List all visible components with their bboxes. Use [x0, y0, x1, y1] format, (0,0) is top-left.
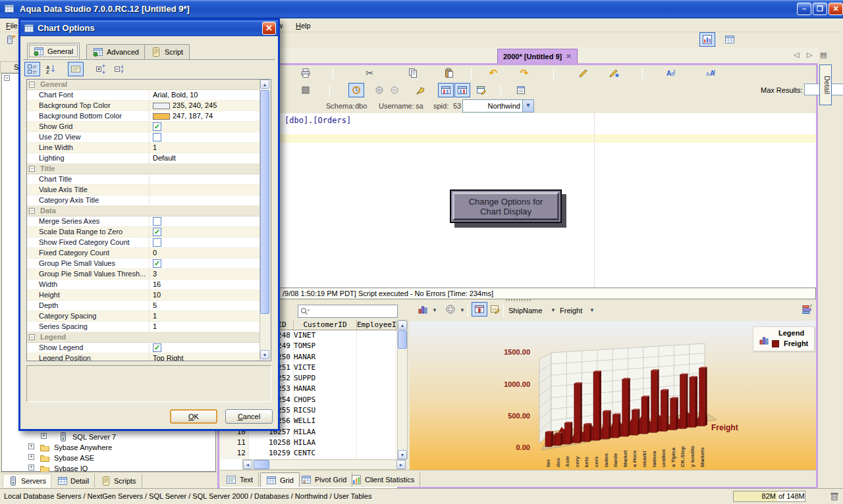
property-value[interactable] [150, 238, 260, 247]
expand-all-icon[interactable] [93, 62, 109, 76]
cancel-button[interactable]: Cancel [225, 409, 273, 424]
plug-icon[interactable] [413, 83, 429, 97]
sort-alpha-icon[interactable]: AZ [43, 62, 59, 76]
register-server-icon[interactable] [3, 32, 18, 47]
checkbox-checked[interactable]: ✓ [153, 228, 161, 236]
scroll-left-icon[interactable]: ◄ [243, 460, 252, 469]
print-icon[interactable] [298, 66, 313, 80]
scroll-right-icon[interactable]: ► [396, 460, 406, 469]
categorized-icon[interactable] [24, 62, 40, 76]
checkbox[interactable] [153, 133, 161, 141]
scroll-up-icon[interactable]: ▲ [260, 80, 269, 89]
scroll-thumb[interactable] [260, 90, 269, 314]
tree-expand-sql-server-7[interactable]: + [41, 433, 47, 439]
memory-gauge[interactable]: 82M of 148M [733, 491, 805, 502]
checkbox-checked[interactable]: ✓ [153, 259, 161, 268]
chart-type-icon[interactable] [415, 302, 431, 316]
property-row-lighting[interactable]: LightingDefault [27, 153, 260, 164]
checkbox-checked[interactable]: ✓ [153, 343, 161, 352]
tree-expand-sybase-ase[interactable]: + [28, 454, 34, 460]
tab-untitled9[interactable]: 2000* [Untitled 9] ✕ [497, 49, 578, 63]
property-value[interactable]: 5 [150, 301, 260, 311]
table-window-icon[interactable] [722, 32, 738, 47]
chart-window-icon[interactable] [699, 32, 715, 47]
tab-close-icon[interactable]: ✕ [566, 53, 571, 60]
property-row-show-legend[interactable]: Show Legend✓ [27, 343, 260, 353]
property-value[interactable]: 3 [150, 269, 260, 279]
menu-help[interactable]: Help [292, 20, 314, 31]
tree-item-sql-server-7[interactable]: SQL Server 7 [72, 433, 116, 441]
property-row-fixed-category-count[interactable]: Fixed Category Count0 [27, 248, 260, 259]
tree-item-sybase-ase[interactable]: Sybase ASE [54, 454, 94, 462]
chevron-down-icon[interactable]: ▼ [551, 307, 556, 313]
tree-item-sybase-anywhere[interactable]: Sybase Anywhere [54, 443, 112, 451]
change-options-callout-button[interactable]: Change Options for Chart Display [450, 189, 562, 223]
grid-horizontal-scrollbar[interactable]: ◄ ► [242, 459, 406, 470]
property-row-background-top-color[interactable]: Background Top Color235, 240, 245 [27, 101, 260, 111]
property-row-chart-font[interactable]: Chart FontArial, Bold, 10 [27, 90, 260, 101]
tree-expand-sybase-anywhere[interactable]: + [28, 443, 34, 449]
chevron-down-icon[interactable]: ▼ [460, 307, 465, 313]
property-value[interactable]: 16 [150, 280, 260, 290]
chart-style3d-icon[interactable] [443, 302, 458, 316]
property-row-legend-position[interactable]: Legend PositionTop Right [27, 353, 260, 361]
grid-column-header-CustomerID[interactable]: CustomerID [294, 320, 357, 330]
property-value[interactable]: Top Right [150, 353, 260, 361]
property-row-chart-title[interactable]: Chart Title [27, 174, 260, 185]
detail-side-tab[interactable]: Detail [819, 64, 832, 105]
property-value[interactable]: 10 [150, 290, 260, 300]
undo-icon[interactable]: ↶ [485, 66, 501, 80]
execute-grid-icon[interactable] [438, 83, 454, 97]
nav-right-icon[interactable]: ▷ [807, 51, 812, 59]
chevron-down-icon[interactable]: ▼ [432, 307, 437, 313]
property-category-data[interactable]: −Data [27, 206, 260, 216]
property-value[interactable]: 1 [150, 322, 260, 332]
collapse-all-icon[interactable] [111, 62, 127, 76]
property-row-background-bottom-color[interactable]: Background Bottom Color247, 187, 74 [27, 111, 260, 122]
garbage-collect-icon[interactable] [829, 491, 840, 501]
window-list-icon[interactable] [513, 83, 529, 97]
sidebar-tab-servers[interactable]: Servers [3, 474, 51, 488]
property-value[interactable] [150, 195, 260, 205]
scroll-up-icon[interactable]: ▲ [398, 320, 407, 330]
find-replace-icon[interactable] [606, 66, 622, 80]
property-row-show-fixed-category-count[interactable]: Show Fixed Category Count [27, 238, 260, 248]
cut-icon[interactable]: ✂ [362, 66, 377, 80]
property-value[interactable]: ✓ [150, 227, 260, 237]
property-value[interactable] [150, 132, 260, 142]
collapse-icon[interactable]: − [29, 334, 35, 340]
property-category-title[interactable]: −Title [27, 164, 260, 174]
legend-settings-icon[interactable] [800, 302, 815, 316]
maximize-button[interactable]: ❐ [813, 3, 827, 15]
property-row-depth[interactable]: Depth5 [27, 301, 260, 311]
result-tab-grid[interactable]: Grid [260, 472, 300, 487]
table-row[interactable]: 1210259CENTC [220, 448, 397, 459]
category-field-label[interactable]: ShipName [508, 307, 542, 315]
scroll-thumb[interactable] [254, 460, 269, 469]
uppercase-icon[interactable]: Aa [663, 66, 679, 80]
property-value[interactable] [150, 216, 260, 226]
dialog-tab-script[interactable]: Script [144, 44, 190, 59]
property-value[interactable] [150, 185, 260, 195]
execute-edit-icon[interactable] [474, 83, 489, 97]
find-icon[interactable] [576, 66, 591, 80]
property-value[interactable] [150, 174, 260, 184]
property-row-category-axis-title[interactable]: Category Axis Title [27, 195, 260, 206]
grid-column-header-EmployeeID[interactable]: EmployeeID [357, 320, 396, 330]
stop-icon[interactable] [298, 83, 313, 97]
dialog-tab-general[interactable]: General [27, 43, 80, 59]
scroll-down-icon[interactable]: ▼ [260, 350, 269, 359]
checkbox[interactable] [153, 238, 161, 247]
window-list-icon[interactable]: ▤ [820, 51, 827, 59]
search-input[interactable] [313, 306, 396, 316]
checkbox-checked[interactable]: ✓ [153, 122, 161, 131]
property-row-height[interactable]: Height10 [27, 290, 260, 301]
collapse-icon[interactable]: − [29, 82, 35, 88]
property-value[interactable]: 0 [150, 248, 260, 258]
execute-grid2-icon[interactable] [454, 83, 470, 97]
chart-grid-edit-icon[interactable] [487, 302, 503, 316]
result-tab-text[interactable]: Text [221, 472, 259, 487]
property-value[interactable]: 1 [150, 143, 260, 153]
property-row-merge-series-axes[interactable]: Merge Series Axes [27, 216, 260, 227]
description-icon[interactable] [68, 62, 84, 76]
